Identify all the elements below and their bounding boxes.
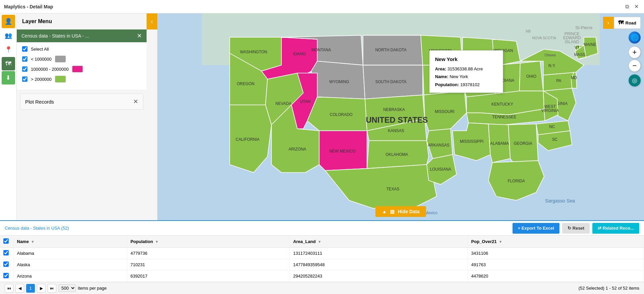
legend-label-3: > 2000000 xyxy=(31,77,52,82)
row-pop-over21: 4478620 xyxy=(468,271,644,282)
plot-records-label: Plot Records xyxy=(25,99,54,105)
legend-color-green xyxy=(55,76,66,82)
table-row: Alabama 4779736 131172403111 3431106 xyxy=(0,248,644,259)
export-to-excel-button[interactable]: + Export To Excel xyxy=(513,223,560,234)
row-checkbox[interactable] xyxy=(3,273,9,278)
legend-color-gray xyxy=(55,56,66,62)
hide-data-button[interactable]: ▲ ▤ Hide Data xyxy=(375,206,426,217)
row-checkbox[interactable] xyxy=(3,261,9,267)
layer-menu-header: Layer Menu xyxy=(17,13,147,30)
table-header-pop-over21: Pop_Over21 ▼ xyxy=(468,236,644,248)
pagination-summary: (52 Selected) 1 - 52 of 52 items xyxy=(579,286,639,291)
tooltip-pop-label: Population: xyxy=(435,82,459,87)
map-type-arrow[interactable]: › xyxy=(603,17,614,29)
collapse-panel-button[interactable]: ‹ xyxy=(147,13,157,30)
legend-color-pink xyxy=(72,66,83,72)
sidebar-icon-group[interactable]: 👥 xyxy=(2,29,15,42)
tooltip-name-label: Name: xyxy=(435,74,448,79)
col-population-label: Population xyxy=(130,239,153,244)
state-oklahoma[interactable] xyxy=(367,141,429,169)
title-bar: Maplytics - Detail Map ⧉ ✕ xyxy=(0,0,644,13)
state-maine[interactable] xyxy=(584,37,598,57)
legend-select-all-row: Select All xyxy=(22,46,141,52)
app-title-text: Maplytics - Detail Map xyxy=(4,4,53,9)
table-body: Alabama 4779736 131172403111 3431106 Ala… xyxy=(0,248,644,282)
related-records-button[interactable]: ⇄ Related Reco... xyxy=(592,223,639,234)
svg-text:ISLAND: ISLAND xyxy=(565,40,579,44)
census-layer-header: Census data - States in USA - ... ✕ xyxy=(17,30,147,42)
map-container[interactable]: WASHINGTON OREGON CALIFORNIA NEVADA IDAH… xyxy=(158,13,644,220)
per-page-select[interactable]: 500 100 50 xyxy=(58,284,76,292)
zoom-out-button[interactable]: − xyxy=(629,60,641,72)
state-north-dakota[interactable] xyxy=(363,35,423,65)
sidebar-icon-person[interactable]: 👤 xyxy=(2,15,15,28)
next-page-button[interactable]: ▶ xyxy=(37,284,46,293)
app-title: Maplytics - Detail Map xyxy=(4,4,53,9)
road-type-button[interactable]: 🗺 Road xyxy=(614,17,641,29)
state-south-dakota[interactable] xyxy=(363,65,423,99)
state-wyoming[interactable] xyxy=(311,61,365,99)
svg-text:Sargasso Sea: Sargasso Sea xyxy=(545,198,575,203)
prev-page-button[interactable]: ◀ xyxy=(15,284,24,293)
tooltip-area-value: 31536338.88 Acre xyxy=(447,66,483,71)
state-alabama[interactable] xyxy=(488,124,510,163)
row-checkbox[interactable] xyxy=(3,250,9,255)
svg-text:St-Pierre: St-Pierre xyxy=(575,25,592,30)
sidebar-icon-pin[interactable]: 📍 xyxy=(2,43,15,56)
table-header-area-land: Area_Land ▼ xyxy=(289,236,468,248)
legend-item-3: > 2000000 xyxy=(22,76,141,82)
bottom-panel: Census data - States in USA (52) + Expor… xyxy=(0,220,644,294)
legend-item-1: < 1000000 xyxy=(22,56,141,62)
sidebar-icon-layers[interactable]: 🗺 xyxy=(2,57,15,70)
tooltip-area-label: Area: xyxy=(435,66,446,71)
legend-checkbox-2[interactable] xyxy=(22,66,28,72)
map-top-right: › 🗺 Road 🌐 + − ◎ xyxy=(603,17,641,86)
row-population: 710231 xyxy=(127,259,289,271)
row-area-land: 131172403111 xyxy=(289,248,468,259)
area-land-filter-icon[interactable]: ▼ xyxy=(318,240,321,244)
state-new-mexico[interactable] xyxy=(319,131,367,171)
legend-checkbox-3[interactable] xyxy=(22,76,28,82)
restore-button[interactable]: ⧉ xyxy=(624,2,630,11)
row-pop-over21: 3431106 xyxy=(468,248,644,259)
col-area-land-label: Area_Land xyxy=(293,239,316,244)
col-pop-over21-label: Pop_Over21 xyxy=(471,239,497,244)
select-all-checkbox[interactable] xyxy=(22,46,28,52)
dataset-link[interactable]: Census data - States in USA (52) xyxy=(5,226,69,231)
population-filter-icon[interactable]: ▼ xyxy=(155,240,159,244)
legend-label-2: 1000000 - 2000000 xyxy=(31,67,69,72)
svg-text:Ottawa: Ottawa xyxy=(544,53,556,57)
pop-over21-filter-icon[interactable]: ▼ xyxy=(499,240,502,244)
state-colorado[interactable] xyxy=(307,97,367,131)
first-page-button[interactable]: ⏮ xyxy=(5,284,13,293)
row-name: Alabama xyxy=(13,248,127,259)
bottom-toolbar: Census data - States in USA (52) + Expor… xyxy=(0,221,644,236)
sidebar-icon-download[interactable]: ⬇ xyxy=(2,71,15,84)
row-area-land: 1477849359548 xyxy=(289,259,468,271)
zoom-in-button[interactable]: + xyxy=(629,46,641,58)
name-filter-icon[interactable]: ▼ xyxy=(31,240,35,244)
bottom-actions: + Export To Excel ↻ Reset ⇄ Related Reco… xyxy=(513,223,639,234)
legend-checkbox-1[interactable] xyxy=(22,56,28,62)
state-georgia[interactable] xyxy=(508,124,538,167)
tooltip-area: Area: 31536338.88 Acre xyxy=(435,65,497,73)
reset-button[interactable]: ↻ Reset xyxy=(562,223,590,234)
census-layer-title: Census data - States in USA - ... xyxy=(21,33,89,39)
hide-data-label: Hide Data xyxy=(398,209,420,214)
svg-text:UNITED STATES: UNITED STATES xyxy=(366,116,428,124)
row-pop-over21: 491763 xyxy=(468,259,644,271)
zoom-buttons: + − xyxy=(629,46,641,72)
svg-text:NOVA SCOTIA: NOVA SCOTIA xyxy=(532,36,556,40)
last-page-button[interactable]: ⏭ xyxy=(48,284,56,293)
row-area-land: 294205282243 xyxy=(289,271,468,282)
close-button[interactable]: ✕ xyxy=(633,2,640,11)
row-name: Alaska xyxy=(13,259,127,271)
table-header-name: Name ▼ xyxy=(13,236,127,248)
select-all-table-checkbox[interactable] xyxy=(3,238,9,244)
locate-button[interactable]: ◎ xyxy=(629,74,641,86)
page-1-button[interactable]: 1 xyxy=(26,284,35,293)
state-ohio[interactable] xyxy=(520,61,543,91)
plot-records-close[interactable]: ✕ xyxy=(133,98,138,105)
census-layer-close[interactable]: ✕ xyxy=(137,33,142,39)
svg-text:NB: NB xyxy=(526,29,531,33)
